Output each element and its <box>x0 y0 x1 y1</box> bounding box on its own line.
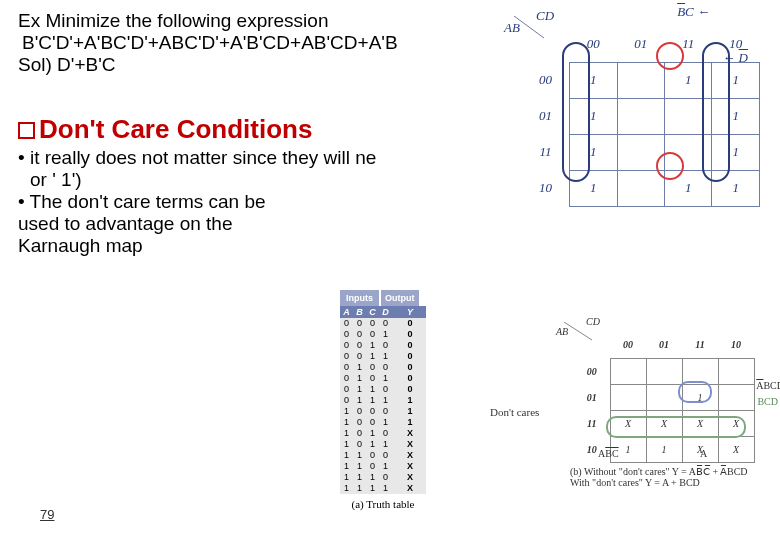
truth-row: 01010 <box>340 373 426 384</box>
truth-cell: 0 <box>340 362 353 373</box>
small-kmap: AB CD 00 01 11 10 00 011 11XXXX 1011XX D… <box>550 318 760 463</box>
truth-cell: 1 <box>379 395 392 406</box>
truth-cell: 0 <box>353 318 366 329</box>
skmap-corner-slash <box>564 322 596 344</box>
sk-c00: 00 <box>610 332 646 358</box>
truth-cell: 1 <box>379 439 392 450</box>
truth-cell: 0 <box>379 406 392 417</box>
truth-cell: X <box>394 483 426 494</box>
s13 <box>718 384 754 410</box>
group-circle-1 <box>656 42 684 70</box>
kmap-corner-slash <box>514 16 550 42</box>
truth-cell: 1 <box>340 417 353 428</box>
truth-cell: 0 <box>379 340 392 351</box>
truth-caption: (a) Truth table <box>340 498 426 510</box>
lbl-abc: ABC <box>598 448 619 459</box>
page-number: 79 <box>40 507 54 522</box>
bullet-square-icon <box>18 122 35 139</box>
sub-b: B <box>353 306 366 318</box>
truth-cell: 0 <box>366 362 379 373</box>
truth-row: 00000 <box>340 318 426 329</box>
truth-cell: 1 <box>353 472 366 483</box>
truth-cell: 0 <box>394 373 426 384</box>
sk-c11: 11 <box>682 332 718 358</box>
truth-row: 01000 <box>340 362 426 373</box>
s00 <box>610 358 646 384</box>
lbl-bcd: BCD <box>757 396 778 407</box>
s31: 1 <box>646 436 682 462</box>
truth-cell: 0 <box>340 395 353 406</box>
truth-cell: 1 <box>366 384 379 395</box>
truth-cell: 1 <box>366 472 379 483</box>
truth-row: 1101X <box>340 461 426 472</box>
row-10: 10 <box>522 170 570 206</box>
truth-cell: 0 <box>366 461 379 472</box>
small-group-bcd <box>678 381 712 403</box>
truth-row: 10001 <box>340 406 426 417</box>
truth-cell: 0 <box>353 406 366 417</box>
truth-cell: 0 <box>340 384 353 395</box>
sub-y: Y <box>394 306 426 318</box>
group-right-col <box>702 42 730 182</box>
truth-cell: 1 <box>340 439 353 450</box>
truth-cell: 1 <box>340 483 353 494</box>
truth-cell: 0 <box>366 318 379 329</box>
truth-cell: 1 <box>379 373 392 384</box>
s11 <box>646 384 682 410</box>
truth-cell: 0 <box>366 329 379 340</box>
dont-cares-label: Don't cares <box>490 406 539 418</box>
truth-cell: 0 <box>394 351 426 362</box>
bullet-3: used to advantage on the <box>18 213 762 235</box>
truth-subheader: A B C D Y <box>340 306 426 318</box>
truth-row: 10011 <box>340 417 426 428</box>
truth-cell: 0 <box>340 351 353 362</box>
sub-d: D <box>379 306 392 318</box>
truth-row: 1110X <box>340 472 426 483</box>
truth-rows: 0000000010001000011001000010100110001111… <box>340 318 426 494</box>
truth-row: 1100X <box>340 450 426 461</box>
truth-cell: 1 <box>353 384 366 395</box>
truth-cell: 0 <box>394 329 426 340</box>
sub-a: A <box>340 306 353 318</box>
truth-row: 01111 <box>340 395 426 406</box>
lbl-abcd: ABCD <box>756 380 780 391</box>
truth-cell: 1 <box>379 329 392 340</box>
truth-cell: 1 <box>366 439 379 450</box>
truth-cell: 1 <box>366 340 379 351</box>
truth-table: Inputs Output A B C D Y 0000000010001000… <box>340 290 426 510</box>
label-bc-bar: BC ← <box>677 4 710 20</box>
bullet-1a-text: • it really does not matter since they w… <box>18 147 376 168</box>
s03 <box>718 358 754 384</box>
c01 <box>617 62 665 98</box>
truth-cell: 1 <box>394 417 426 428</box>
truth-cell: 0 <box>366 373 379 384</box>
truth-cell: 0 <box>340 373 353 384</box>
truth-cell: 0 <box>379 362 392 373</box>
truth-cell: 0 <box>340 340 353 351</box>
truth-cell: 1 <box>366 351 379 362</box>
truth-cell: 0 <box>394 384 426 395</box>
truth-hdr-output: Output <box>381 290 419 306</box>
truth-row: 1111X <box>340 483 426 494</box>
truth-row: 01100 <box>340 384 426 395</box>
truth-cell: 0 <box>379 384 392 395</box>
group-left-col <box>562 42 590 182</box>
truth-cell: 0 <box>353 351 366 362</box>
truth-cell: 1 <box>366 395 379 406</box>
small-group-a <box>606 416 746 438</box>
truth-cell: 0 <box>379 472 392 483</box>
svg-line-0 <box>514 16 544 38</box>
heading-text: Don't Care Conditions <box>39 114 312 144</box>
truth-cell: 0 <box>353 428 366 439</box>
sk-r11: 11 <box>574 410 610 436</box>
sk-c10: 10 <box>718 332 754 358</box>
truth-hdr-inputs: Inputs <box>340 290 379 306</box>
truth-cell: 1 <box>340 461 353 472</box>
truth-cell: 1 <box>353 483 366 494</box>
s01 <box>646 358 682 384</box>
sk-c01: 01 <box>646 332 682 358</box>
truth-cell: 1 <box>394 406 426 417</box>
c11 <box>617 98 665 134</box>
truth-cell: 0 <box>353 439 366 450</box>
truth-cell: 0 <box>379 450 392 461</box>
